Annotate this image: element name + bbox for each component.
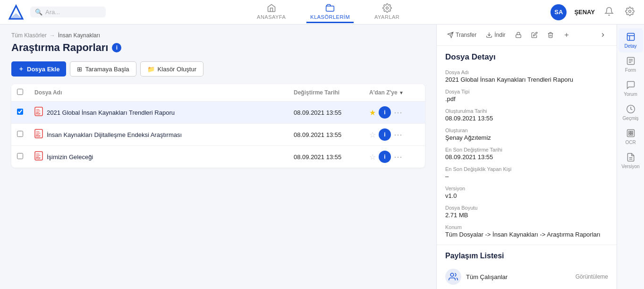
rail-item-form[interactable]: Form — [619, 52, 643, 76]
plus-icon: ＋ — [18, 65, 24, 73]
row-checkbox[interactable] — [17, 153, 23, 159]
rail-item-detay[interactable]: Detay — [619, 28, 643, 52]
col-modified: Değiştirme Tarihi — [288, 84, 364, 102]
detail-field: Versiyonv1.0 — [437, 183, 617, 202]
star-button[interactable]: ★ — [369, 108, 376, 117]
yorum-icon — [626, 80, 636, 91]
breadcrumb-home[interactable]: Tüm Klasörler — [11, 32, 47, 39]
add-button[interactable] — [559, 29, 574, 41]
detail-toolbar: Transfer İndir — [437, 25, 617, 46]
rail-label: Geçmiş — [623, 116, 639, 121]
notifications-button[interactable] — [602, 5, 616, 19]
file-table: Dosya Adı Değiştirme Tarihi A'dan Z'ye ▼… — [11, 84, 425, 168]
detail-field: Dosya Adı2021 Global İnsan Kaynakları Tr… — [437, 67, 617, 86]
field-value: 2021 Global İnsan Kaynakları Trendleri R… — [445, 76, 608, 83]
tab-ayarlar[interactable]: AYARLAR — [371, 1, 403, 23]
field-label: Dosya Boyutu — [445, 205, 608, 211]
info-button[interactable]: i — [379, 151, 391, 163]
more-options-button[interactable]: ⋯ — [394, 152, 402, 162]
file-name: İşimizin Geleceği — [47, 153, 93, 161]
detail-section-title: Dosya Detayı — [437, 46, 617, 67]
lock-button[interactable] — [511, 29, 525, 41]
group-icon — [445, 269, 461, 285]
rail-item-yorum[interactable]: Yorum — [619, 76, 643, 101]
nav-tabs: ANASAYFA KLASÖRLERİM AYARLAR — [106, 1, 551, 23]
page-title-row: Araştırma Raporları i — [11, 42, 425, 54]
table-row[interactable]: PDF 2021 Global İnsan Kaynakları Trendle… — [11, 102, 425, 124]
svg-point-4 — [629, 10, 631, 13]
row-checkbox[interactable] — [17, 131, 23, 137]
detail-main: Transfer İndir — [437, 25, 617, 289]
add-file-button[interactable]: ＋ Dosya Ekle — [11, 61, 66, 76]
search-bar[interactable]: 🔍 Ara... — [30, 7, 106, 17]
field-value: – — [445, 173, 608, 180]
row-checkbox[interactable] — [17, 109, 23, 115]
field-value: 08.09.2021 13:55 — [445, 115, 608, 122]
rail-item-ocr[interactable]: OCR — [619, 125, 643, 149]
rail-label: Yorum — [624, 92, 637, 97]
svg-rect-2 — [326, 6, 334, 11]
gecmis-icon — [626, 104, 636, 115]
delete-button[interactable] — [543, 29, 558, 41]
tab-anasayfa[interactable]: ANASAYFA — [253, 1, 289, 23]
file-name: 2021 Global İnsan Kaynakları Trendleri R… — [47, 109, 175, 116]
folder-icon: 📁 — [147, 66, 155, 73]
main-layout: Tüm Klasörler → İnsan Kaynakları Araştır… — [0, 25, 644, 289]
search-icon: 🔍 — [35, 8, 42, 16]
detay-icon — [626, 32, 636, 42]
detail-field: En Son Değiştirme Tarihi08.09.2021 13:55 — [437, 144, 617, 163]
detail-rail: Detay Form Yorum Geçmiş OCR Versiyon — [617, 25, 644, 289]
settings-button[interactable] — [623, 5, 636, 19]
app-logo[interactable] — [8, 4, 25, 21]
file-modified: 08.09.2021 13:55 — [288, 102, 364, 124]
search-placeholder: Ara... — [45, 8, 60, 16]
select-all-checkbox[interactable] — [17, 89, 23, 95]
rail-label: Form — [625, 68, 636, 73]
field-label: Dosya Tipi — [445, 89, 608, 94]
star-button[interactable]: ☆ — [369, 130, 376, 139]
toolbar: ＋ Dosya Ekle ⊞ Taramaya Başla 📁 Klasör O… — [11, 61, 425, 76]
scan-button[interactable]: ⊞ Taramaya Başla — [70, 61, 136, 76]
field-label: En Son Değiştirme Tarihi — [445, 147, 608, 153]
file-name: İnsan Kaynakları Dijitalleşme Endeksi Ar… — [47, 131, 182, 138]
more-options-button[interactable]: ⋯ — [394, 129, 402, 140]
edit-button[interactable] — [527, 29, 542, 41]
col-name: Dosya Adı — [29, 84, 288, 102]
pdf-icon: PDF — [34, 107, 43, 118]
info-button[interactable]: i — [379, 106, 391, 119]
table-row[interactable]: PDF İnsan Kaynakları Dijitalleşme Endeks… — [11, 124, 425, 146]
field-value: 2.71 MB — [445, 212, 608, 219]
create-folder-button[interactable]: 📁 Klasör Oluştur — [140, 61, 203, 76]
info-button[interactable]: i — [379, 128, 391, 141]
svg-rect-21 — [627, 130, 634, 137]
svg-text:PDF: PDF — [36, 157, 41, 160]
col-sort[interactable]: A'dan Z'ye ▼ — [364, 84, 425, 102]
ocr-icon — [626, 128, 636, 139]
svg-point-14 — [450, 273, 454, 277]
pdf-icon: PDF — [34, 129, 43, 140]
rail-label: OCR — [625, 140, 636, 145]
rail-item-gecmis[interactable]: Geçmiş — [619, 101, 643, 125]
expand-button[interactable] — [596, 29, 610, 41]
field-value: v1.0 — [445, 192, 608, 199]
more-options-button[interactable]: ⋯ — [394, 107, 402, 118]
download-button[interactable]: İndir — [482, 29, 509, 41]
table-row[interactable]: PDF İşimizin Geleceği 08.09.2021 13:55 ☆… — [11, 146, 425, 168]
rail-item-versiyon[interactable]: Versiyon — [619, 149, 643, 173]
sharing-list: Tüm Çalışanlar Görüntüleme İnsan Kaynakl… — [437, 265, 617, 289]
file-modified: 08.09.2021 13:55 — [288, 124, 364, 146]
rail-label: Versiyon — [621, 164, 639, 169]
topnav-right: SA ŞENAY — [551, 4, 636, 20]
field-label: Versiyon — [445, 186, 608, 191]
page-info-button[interactable]: i — [112, 43, 121, 52]
tab-klasorlerim[interactable]: KLASÖRLERİM — [306, 1, 354, 23]
avatar[interactable]: SA — [551, 4, 567, 20]
star-button[interactable]: ☆ — [369, 153, 376, 162]
detail-field: OluşturanŞenay Ağzıtemiz — [437, 125, 617, 144]
transfer-button[interactable]: Transfer — [443, 29, 480, 41]
versiyon-icon — [626, 153, 636, 163]
detail-fields: Dosya Adı2021 Global İnsan Kaynakları Tr… — [437, 67, 617, 241]
svg-text:PDF: PDF — [36, 112, 41, 115]
sharing-title: Paylaşım Listesi — [437, 245, 617, 265]
rail-items: Detay Form Yorum Geçmiş OCR Versiyon — [619, 28, 643, 173]
